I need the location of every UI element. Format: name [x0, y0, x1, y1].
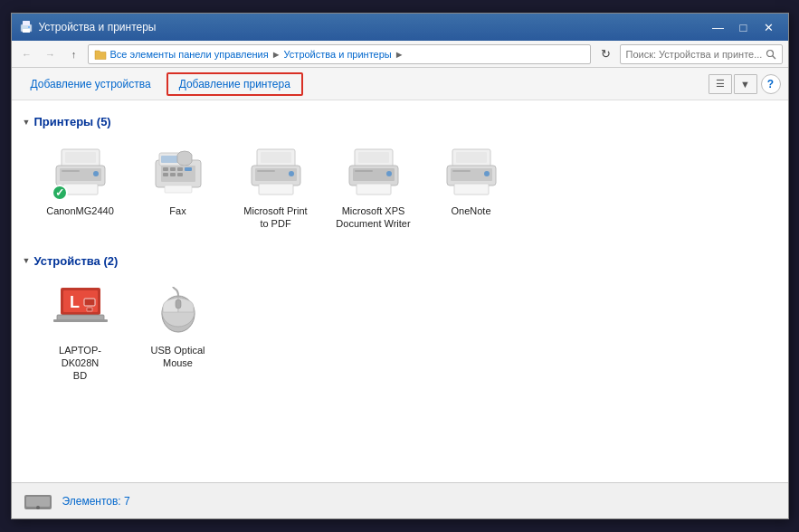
svg-point-4: [766, 50, 773, 56]
svg-text:L: L: [70, 293, 80, 311]
add-device-button[interactable]: Добавление устройства: [19, 72, 163, 96]
status-bar: Элементов: 7: [12, 482, 788, 518]
list-item[interactable]: OneNote: [426, 136, 517, 238]
content-area: ▼ Принтеры (5): [12, 100, 788, 482]
printers-grid: ✓ CanonMG2440: [23, 136, 777, 238]
refresh-button[interactable]: ↻: [596, 44, 616, 64]
breadcrumb-folder-icon: [94, 48, 107, 61]
back-button[interactable]: ←: [17, 44, 37, 64]
printers-chevron-icon: ▼: [23, 118, 31, 127]
title-bar: Устройства и принтеры — □ ✕: [12, 14, 788, 41]
svg-rect-33: [358, 152, 389, 163]
devices-grid: L LAPTOP-DK028N BD: [23, 275, 777, 390]
svg-rect-57: [26, 497, 50, 507]
laptop-icon: L: [52, 286, 109, 337]
devices-printers-window: Устройства и принтеры — □ ✕ ← → ↑ Все эл…: [11, 13, 789, 519]
list-item[interactable]: Microsoft XPS Document Writer: [328, 136, 419, 238]
svg-point-44: [484, 171, 490, 176]
search-input[interactable]: [626, 49, 762, 60]
svg-point-30: [289, 171, 294, 176]
view-dropdown-button[interactable]: ▼: [734, 74, 757, 94]
fax-icon-area: [149, 143, 207, 201]
window-title: Устройства и принтеры: [39, 21, 707, 33]
fax-label: Fax: [169, 204, 185, 217]
svg-rect-18: [163, 167, 168, 171]
printer-label: CanonMG2440: [46, 204, 114, 217]
svg-rect-12: [63, 184, 98, 195]
laptop-icon-area: L: [52, 282, 109, 340]
svg-rect-31: [259, 184, 293, 195]
svg-rect-52: [53, 319, 108, 322]
status-count-text: Элементов: 7: [62, 495, 130, 508]
printer-icon: [346, 147, 402, 196]
printers-section-header[interactable]: ▼ Принтеры (5): [23, 115, 777, 128]
svg-rect-1: [23, 21, 30, 25]
default-printer-badge: ✓: [52, 185, 68, 201]
svg-line-5: [772, 55, 775, 59]
svg-point-3: [28, 26, 30, 28]
svg-rect-19: [170, 167, 176, 171]
breadcrumb-root[interactable]: Все элементы панели управления: [110, 49, 269, 60]
toolbar: Добавление устройства Добавление принтер…: [12, 68, 788, 100]
mspdf-label: Microsoft Print to PDF: [243, 204, 307, 231]
mouse-icon: [152, 287, 205, 336]
breadcrumb-current[interactable]: Устройства и принтеры: [284, 49, 392, 60]
list-item[interactable]: USB Optical Mouse: [133, 275, 224, 390]
svg-rect-38: [357, 184, 391, 195]
search-box[interactable]: [620, 44, 783, 64]
svg-rect-36: [355, 170, 373, 172]
laptop-label: LAPTOP-DK028N BD: [41, 344, 120, 383]
status-device-icon: [23, 488, 53, 515]
window-title-icon: [19, 20, 33, 34]
msxps-icon-area: [345, 143, 403, 201]
svg-rect-24: [177, 173, 183, 176]
svg-rect-16: [165, 185, 192, 193]
svg-rect-49: [84, 299, 95, 306]
devices-section-title: Устройства (2): [33, 254, 118, 268]
devices-section-header[interactable]: ▼ Устройства (2): [23, 254, 777, 268]
svg-point-58: [36, 506, 40, 509]
svg-rect-26: [261, 152, 291, 163]
svg-rect-23: [170, 173, 176, 176]
list-item[interactable]: L LAPTOP-DK028N BD: [35, 275, 126, 390]
svg-rect-20: [177, 167, 183, 171]
search-icon: [766, 49, 776, 60]
view-toggle-button[interactable]: ☰: [709, 74, 732, 94]
list-item[interactable]: ✓ CanonMG2440: [35, 136, 126, 238]
mouse-label: USB Optical Mouse: [151, 344, 205, 370]
svg-rect-2: [23, 29, 30, 33]
list-item[interactable]: Fax: [133, 136, 224, 238]
mouse-icon-area: [149, 282, 207, 340]
canon-icon-area: ✓: [52, 143, 109, 201]
printer-icon: [443, 147, 499, 196]
add-printer-button[interactable]: Добавление принтера: [166, 72, 303, 96]
forward-button[interactable]: →: [41, 44, 61, 64]
window-controls: — □ ✕: [707, 18, 781, 36]
svg-point-37: [386, 171, 392, 176]
onenote-icon-area: [442, 143, 500, 201]
list-item[interactable]: Microsoft Print to PDF: [231, 136, 321, 238]
svg-rect-29: [257, 170, 275, 172]
svg-rect-55: [176, 299, 181, 309]
svg-rect-40: [456, 152, 487, 163]
help-button[interactable]: ?: [761, 74, 781, 94]
svg-rect-22: [163, 173, 168, 176]
breadcrumb: Все элементы панели управления ► Устройс…: [88, 44, 591, 64]
printer-icon: [248, 147, 304, 196]
printers-section-title: Принтеры (5): [33, 115, 110, 128]
fax-icon: [152, 147, 205, 196]
minimize-button[interactable]: —: [707, 18, 730, 36]
devices-chevron-icon: ▼: [23, 256, 31, 265]
svg-point-11: [93, 171, 99, 176]
svg-rect-43: [452, 170, 471, 172]
up-button[interactable]: ↑: [64, 44, 84, 64]
close-button[interactable]: ✕: [757, 18, 781, 36]
svg-rect-10: [62, 170, 80, 172]
msxps-label: Microsoft XPS Document Writer: [336, 204, 410, 231]
onenote-label: OneNote: [451, 204, 490, 217]
svg-rect-21: [185, 167, 192, 171]
maximize-button[interactable]: □: [732, 18, 756, 36]
address-bar: ← → ↑ Все элементы панели управления ► У…: [12, 41, 788, 68]
svg-rect-45: [454, 184, 489, 195]
view-options: ☰ ▼: [709, 74, 757, 94]
